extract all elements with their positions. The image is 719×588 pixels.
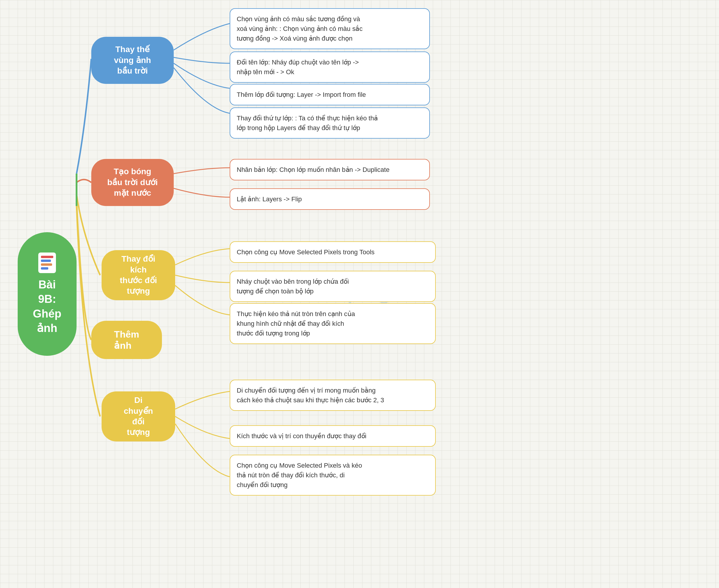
blue-detail-4: Thay đổi thứ tự lớp: : Ta có thể thực hi… — [230, 107, 430, 139]
yellow-detail-1: Chọn công cụ Move Selected Pixels trong … — [230, 241, 436, 263]
yellow-detail-d1: Di chuyển đối tượng đến vị trí mong muốn… — [230, 380, 436, 411]
center-title: Bài 9B: Ghép ảnh — [33, 277, 61, 336]
red-detail-2: Lật ảnh: Layers -> Flip — [230, 188, 430, 210]
icon-line-blue2 — [41, 267, 48, 270]
icon-line-blue — [41, 259, 51, 262]
branch-red-label: Tạo bóng bầu trời dưới mặt nước — [107, 166, 158, 198]
center-node: Bài 9B: Ghép ảnh — [18, 232, 77, 356]
branch-yellow-bottom: Di chuyển đối tượng — [102, 392, 175, 441]
blue-detail-1: Chọn vùng ảnh có màu sắc tương đồng và x… — [230, 8, 430, 49]
them-anh-label: Thêm ảnh — [114, 329, 139, 351]
branch-blue-label: Thay thế vùng ảnh bầu trời — [114, 44, 151, 76]
tablet-icon — [38, 252, 56, 273]
icon-line-orange — [41, 264, 52, 266]
branch-yellow-top-label: Thay đổi kích thước đối tượng — [120, 254, 157, 297]
branch-yellow-top: Thay đổi kích thước đối tượng — [102, 250, 175, 300]
yellow-detail-d3: Chọn công cụ Move Selected Pixels và kéo… — [230, 455, 436, 496]
branch-blue: Thay thế vùng ảnh bầu trời — [91, 37, 174, 84]
yellow-detail-d2: Kích thước và vị trí con thuyền được tha… — [230, 425, 436, 447]
blue-detail-2: Đổi tên lớp: Nháy đúp chuột vào tên lớp … — [230, 51, 430, 83]
branch-yellow-bottom-label: Di chuyển đối tượng — [124, 395, 153, 438]
blue-detail-3: Thêm lớp đối tượng: Layer -> Import from… — [230, 84, 430, 105]
yellow-detail-2: Nháy chuột vào bên trong lớp chứa đối tư… — [230, 271, 436, 302]
them-anh-node: Thêm ảnh — [91, 321, 162, 359]
branch-red: Tạo bóng bầu trời dưới mặt nước — [91, 159, 174, 206]
yellow-detail-3: Thực hiện kéo thả nút tròn trên cạnh của… — [230, 303, 436, 344]
icon-line-red — [41, 256, 53, 258]
red-detail-1: Nhân bản lớp: Chọn lớp muốn nhân bản -> … — [230, 159, 430, 181]
